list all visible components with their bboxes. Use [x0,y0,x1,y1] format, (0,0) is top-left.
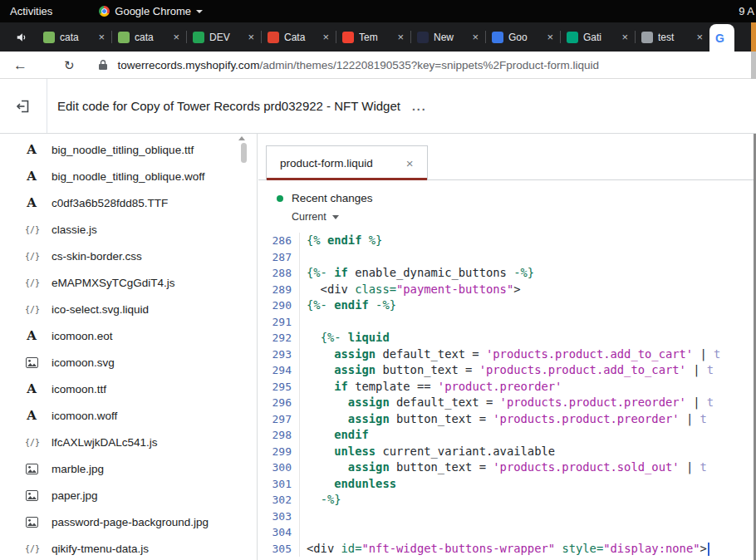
file-tab-product-form[interactable]: product-form.liquid × [266,145,428,180]
tab-close-icon[interactable]: × [98,31,105,43]
line-number: 296 [258,395,300,411]
scrollbar-thumb[interactable] [241,143,247,163]
scrollbar-up-arrow[interactable] [238,136,245,140]
tab-close-icon[interactable]: × [397,31,404,43]
tab-favicon [193,32,204,43]
file-item[interactable]: {/}classie.js [0,216,257,243]
code-line[interactable]: 301 endunless [258,476,756,493]
code-line[interactable]: 294 assign button_text = 'products.produ… [258,362,756,379]
browser-tab[interactable]: Gati× [560,22,635,52]
file-item[interactable]: {/}eMAPMXSyTCgGdiT4.js [0,269,257,296]
file-item[interactable]: {/}qikify-tmenu-data.js [0,535,257,560]
image-file-icon [25,490,38,501]
tab-favicon: G [715,32,724,45]
code-line[interactable]: 293 assign default_text = 'products.prod… [258,346,756,363]
line-content [300,314,307,331]
browser-tab-audio[interactable] [7,22,37,52]
back-button[interactable]: ← [13,58,27,72]
code-file-icon: {/} [25,544,38,553]
window-edge-strip-top [751,22,756,52]
code-line[interactable]: 295 if template == 'product.preorder' [258,379,756,395]
file-item[interactable]: marble.jpg [0,455,257,482]
url-field[interactable]: towerrecords.myshopify.com/admin/themes/… [118,59,599,71]
code-line[interactable]: 298 endif [258,427,756,444]
file-name: icomoon.woff [52,410,117,422]
browser-tab[interactable]: Tem× [336,22,410,52]
tab-close-icon[interactable]: × [322,31,329,43]
file-sidebar: Abig_noodle_titling_oblique.ttfAbig_nood… [0,134,258,560]
file-item[interactable]: Abig_noodle_titling_oblique.woff [0,163,257,189]
code-line[interactable]: 304 [258,524,756,541]
line-content: assign default_text = 'products.product.… [300,395,714,411]
file-name: eMAPMXSyTCgGdiT4.js [52,277,175,289]
file-tab-close-icon[interactable]: × [406,156,414,170]
line-number: 288 [258,265,300,282]
app-menu[interactable]: Google Chrome [99,5,203,17]
code-line[interactable]: 297 assign button_text = 'products.produ… [258,411,756,428]
speaker-icon [16,32,27,43]
code-line[interactable]: 287 [258,249,756,266]
code-line[interactable]: 292 {%- liquid [258,330,756,346]
file-item[interactable]: icomoon.svg [0,349,257,376]
chrome-icon [99,6,110,17]
browser-tab[interactable]: test× [635,22,709,52]
browser-tab[interactable]: Cata× [261,22,336,52]
editor-tab-bar: product-form.liquid × [258,134,756,180]
tab-close-icon[interactable]: × [472,31,479,43]
version-label: Current [292,211,326,223]
code-line[interactable]: 289 <div class="payment-buttons"> [258,282,756,298]
file-item[interactable]: Ac0df3a6b528fdd85.TTF [0,189,257,216]
code-line[interactable]: 296 assign default_text = 'products.prod… [258,395,756,411]
browser-tab[interactable]: DEV× [186,22,261,52]
file-item[interactable]: {/}ico-select.svg.liquid [0,296,257,322]
text-cursor [708,543,709,556]
activities-button[interactable]: Activities [10,5,52,17]
line-number: 294 [258,362,300,379]
code-line[interactable]: 305<div id="nft-widget-buttons-wrapper" … [258,541,756,558]
browser-tab[interactable]: cata× [37,22,111,52]
app-menu-label: Google Chrome [115,5,191,17]
exit-code-editor-button[interactable] [0,79,47,133]
file-item[interactable]: password-page-background.jpg [0,508,257,535]
file-name: password-page-background.jpg [52,516,209,528]
file-item[interactable]: Aicomoon.ttf [0,376,257,402]
tab-title: test [658,32,691,43]
image-file-icon [25,517,38,528]
code-line[interactable]: 290{%- endif -%} [258,297,756,314]
font-file-icon: A [25,408,38,423]
chevron-down-icon [332,215,339,219]
code-line[interactable]: 286{% endif %} [258,233,756,249]
browser-tab[interactable]: cata× [111,22,186,52]
file-item[interactable]: Aicomoon.eot [0,322,257,349]
tab-close-icon[interactable]: × [621,31,628,43]
file-item[interactable]: paper.jpg [0,482,257,508]
tab-close-icon[interactable]: × [696,31,703,43]
reload-button[interactable]: ↻ [64,59,75,71]
more-actions-button[interactable]: ... [412,100,427,113]
tab-close-icon[interactable]: × [547,31,553,43]
version-dropdown[interactable]: Current [292,211,756,223]
browser-tab[interactable]: Goo× [485,22,560,52]
code-line[interactable]: 302 -%} [258,492,756,508]
browser-tab[interactable]: New× [410,22,485,52]
code-file-icon: {/} [25,225,38,234]
file-item[interactable]: {/}cs-skin-border.css [0,243,257,269]
code-line[interactable]: 288{%- if enable_dynamic_buttons -%} [258,265,756,282]
line-number: 302 [258,492,300,508]
code-line[interactable]: 299 unless current_variant.available [258,444,756,460]
code-line[interactable]: 300 assign button_text = 'products.produ… [258,459,756,476]
lock-icon[interactable] [98,59,108,71]
tab-close-icon[interactable]: × [248,31,254,43]
line-number: 298 [258,427,300,444]
code-line[interactable]: 291 [258,314,756,331]
file-item[interactable]: {/}lfcAXLwjkDALc541.js [0,429,257,455]
browser-tab-active[interactable]: G [709,24,734,52]
file-name: big_noodle_titling_oblique.ttf [52,144,194,156]
line-content: if template == 'product.preorder' [300,379,562,395]
file-item[interactable]: Abig_noodle_titling_oblique.ttf [0,136,257,163]
tab-close-icon[interactable]: × [173,31,179,43]
line-content: endif [300,427,369,444]
file-item[interactable]: Aicomoon.woff [0,402,257,429]
code-editor[interactable]: 286{% endif %}287288{%- if enable_dynami… [258,233,756,557]
code-line[interactable]: 303 [258,508,756,525]
